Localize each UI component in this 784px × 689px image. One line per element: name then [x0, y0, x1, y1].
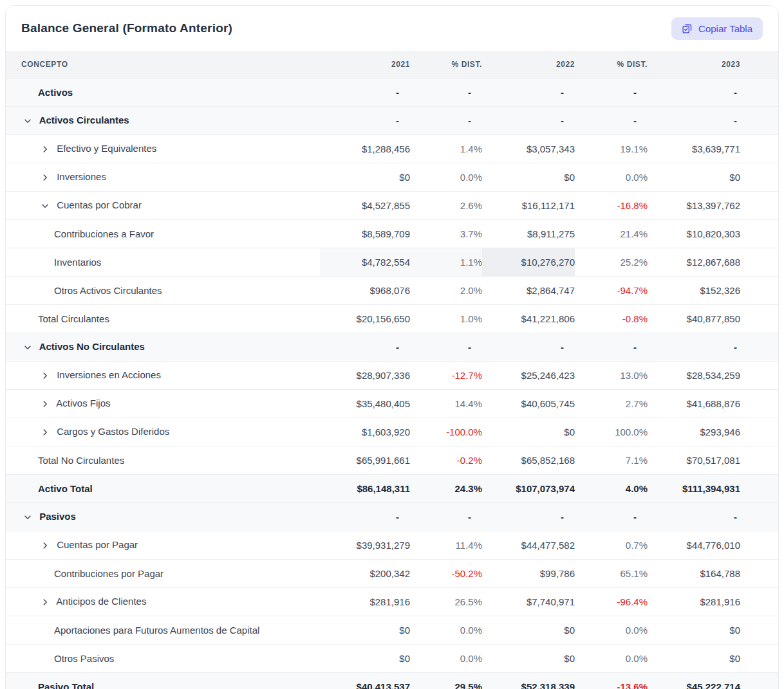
value-cell: $164,788 — [648, 559, 779, 587]
col-header-dist-2: % DIST. — [575, 51, 648, 78]
value-cell: - — [320, 106, 410, 134]
value-cell: $200,342 — [320, 559, 410, 587]
value-cell: $13,397,762 — [648, 191, 779, 219]
value-cell: - — [410, 502, 482, 531]
row-label-cell: Total No Circulantes — [6, 446, 320, 474]
value-cell: $0 — [648, 616, 779, 644]
table-row: Otros Activos Circulantes $968,076 2.0% … — [6, 276, 779, 304]
value-cell: 0.0% — [575, 616, 648, 644]
row-label-cell: Activos No Circulantes — [6, 333, 320, 361]
value-cell: 2.7% — [575, 389, 648, 418]
value-cell: $12,867,688 — [648, 248, 779, 276]
chevron-right-icon[interactable] — [40, 144, 50, 154]
value-cell: $107,073,974 — [482, 474, 575, 502]
value-cell: - — [410, 78, 482, 106]
value-cell: $281,916 — [320, 587, 410, 616]
table-row[interactable]: Inversiones $0 0.0% $0 0.0% $0 — [6, 163, 779, 191]
row-label: Contribuciones a Favor — [54, 228, 154, 239]
row-label: Anticipos de Clientes — [56, 596, 146, 607]
chevron-right-icon[interactable] — [40, 540, 50, 551]
card-header: Balance General (Formato Anterior) Copia… — [6, 6, 778, 51]
value-cell: $0 — [482, 163, 575, 191]
table-row[interactable]: Activos Circulantes - - - - - — [6, 106, 779, 134]
table-row: Inventarios $4,782,554 1.1% $10,276,270 … — [6, 248, 779, 276]
row-label: Activo Total — [38, 483, 93, 494]
value-cell: $8,911,275 — [482, 219, 575, 248]
row-label-cell: Otros Pasivos — [6, 644, 320, 672]
chevron-down-icon[interactable] — [23, 116, 33, 126]
value-cell: -50.2% — [410, 559, 482, 587]
row-label: Pasivo Total — [38, 681, 94, 689]
value-cell: 100.0% — [575, 418, 648, 446]
chevron-right-icon[interactable] — [40, 399, 50, 409]
row-label-cell: Anticipos de Clientes — [6, 587, 320, 616]
chevron-right-icon[interactable] — [40, 427, 50, 437]
value-cell: $44,776,010 — [648, 531, 779, 559]
row-label: Otros Activos Circulantes — [54, 285, 162, 296]
chevron-down-icon[interactable] — [40, 201, 50, 211]
value-cell: -0.2% — [410, 446, 482, 474]
value-cell: $152,326 — [648, 276, 779, 304]
row-label: Activos — [38, 87, 73, 98]
table-row[interactable]: Activos Fijos $35,480,405 14.4% $40,605,… — [6, 389, 779, 418]
value-cell: 0.0% — [410, 644, 482, 672]
value-cell: - — [482, 333, 575, 361]
copy-table-button[interactable]: Copiar Tabla — [671, 17, 763, 40]
value-cell: -100.0% — [410, 418, 482, 446]
table-row: Contribuciones por Pagar $200,342 -50.2%… — [6, 559, 779, 587]
value-cell: 0.0% — [410, 616, 482, 644]
chevron-right-icon[interactable] — [40, 371, 50, 381]
col-header-2021: 2021 — [320, 51, 410, 78]
col-header-2022: 2022 — [482, 51, 575, 78]
value-cell: $3,639,771 — [648, 134, 779, 163]
value-cell: 1.0% — [410, 304, 482, 333]
value-cell: $0 — [320, 163, 410, 191]
table-row[interactable]: Activos No Circulantes - - - - - — [6, 333, 779, 361]
chevron-down-icon[interactable] — [23, 342, 33, 353]
table-row[interactable]: Inversiones en Acciones $28,907,336 -12.… — [6, 361, 779, 389]
table-row[interactable]: Anticipos de Clientes $281,916 26.5% $7,… — [6, 587, 779, 616]
value-cell: $293,946 — [648, 418, 779, 446]
value-cell: - — [320, 333, 410, 361]
row-label: Pasivos — [39, 511, 76, 522]
row-label: Aportaciones para Futuros Aumentos de Ca… — [54, 625, 259, 636]
value-cell: 65.1% — [575, 559, 648, 587]
value-cell: $10,276,270 — [482, 248, 575, 276]
row-label-cell: Inversiones — [6, 163, 320, 191]
value-cell: $35,480,405 — [320, 389, 410, 418]
table-row[interactable]: Cuentas por Cobrar $4,527,855 2.6% $16,1… — [6, 191, 779, 219]
value-cell: $4,782,554 — [320, 248, 410, 276]
row-label-cell: Contribuciones por Pagar — [6, 559, 320, 587]
table-row: Otros Pasivos $0 0.0% $0 0.0% $0 — [6, 644, 779, 672]
value-cell: $25,246,423 — [482, 361, 575, 389]
chevron-right-icon[interactable] — [40, 172, 50, 183]
chevron-right-icon[interactable] — [40, 597, 50, 607]
copy-table-label: Copiar Tabla — [698, 23, 752, 34]
value-cell: -13.6% — [575, 672, 648, 689]
table-row[interactable]: Efectivo y Equivalentes $1,288,456 1.4% … — [6, 134, 779, 163]
value-cell: $8,589,709 — [320, 219, 410, 248]
row-label: Total No Circulantes — [38, 455, 124, 466]
value-cell: $0 — [320, 616, 410, 644]
chevron-down-icon[interactable] — [23, 512, 33, 522]
value-cell: - — [648, 502, 779, 531]
value-cell: $0 — [482, 616, 575, 644]
row-label-cell: Cuentas por Pagar — [6, 531, 320, 559]
table-row[interactable]: Cargos y Gastos Diferidos $1,603,920 -10… — [6, 418, 779, 446]
value-cell: 7.1% — [575, 446, 648, 474]
col-header-dist-1: % DIST. — [410, 51, 482, 78]
value-cell: - — [482, 106, 575, 134]
table-row[interactable]: Pasivos - - - - - — [6, 502, 779, 531]
row-label-cell: Pasivos — [6, 502, 320, 531]
row-label: Cuentas por Pagar — [57, 539, 138, 550]
value-cell: 1.1% — [410, 248, 482, 276]
value-cell: - — [482, 502, 575, 531]
value-cell: $0 — [482, 418, 575, 446]
table-row[interactable]: Cuentas por Pagar $39,931,279 11.4% $44,… — [6, 531, 779, 559]
table-row: Total Circulantes $20,156,650 1.0% $41,2… — [6, 304, 779, 333]
row-label-cell: Cargos y Gastos Diferidos — [6, 418, 320, 446]
row-label-cell: Inversiones en Acciones — [6, 361, 320, 389]
row-label-cell: Contribuciones a Favor — [6, 219, 320, 248]
value-cell: - — [482, 78, 575, 106]
row-label: Total Circulantes — [38, 313, 109, 324]
